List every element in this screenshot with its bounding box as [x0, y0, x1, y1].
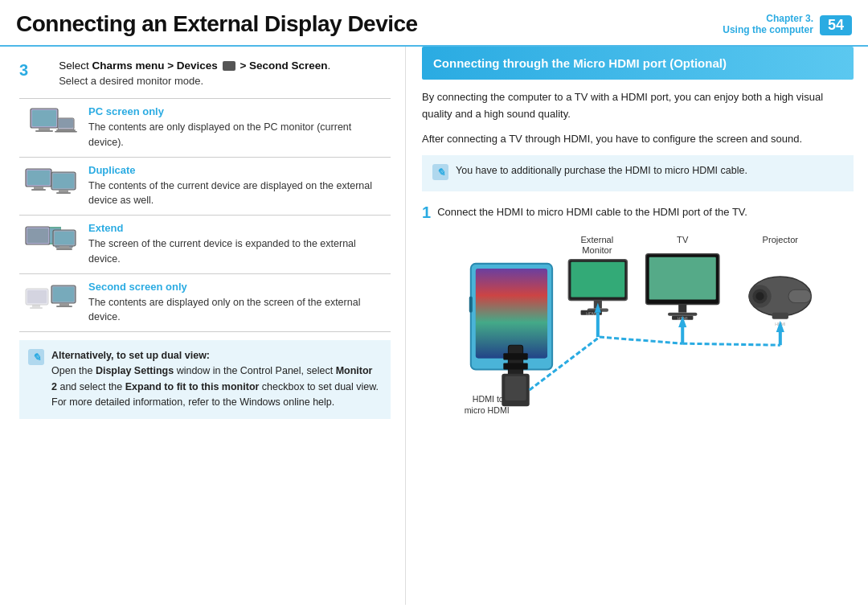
mode-row-second: Second screen only The contents are disp… — [19, 273, 391, 332]
note-text: Alternatively, to set up dual view: Open… — [51, 348, 379, 411]
svg-rect-2 — [39, 128, 50, 130]
mode-row-duplicate: Duplicate The contents of the current de… — [19, 157, 391, 216]
right-para2: After connecting a TV through HDMI, you … — [422, 131, 854, 148]
mode-icon-extend — [19, 216, 84, 274]
page-header: Connecting an External Display Device Ch… — [0, 0, 868, 47]
svg-rect-71 — [779, 332, 782, 345]
section-header: Connecting through the Micro HDMI port (… — [422, 47, 854, 80]
svg-rect-44 — [476, 269, 547, 358]
left-column: 3 Select Charms menu > Devices > Second … — [0, 47, 406, 605]
svg-rect-25 — [56, 248, 72, 250]
svg-rect-24 — [59, 246, 69, 248]
svg-rect-31 — [53, 287, 74, 302]
right-note-icon: ✎ — [432, 163, 449, 183]
step-number: 3 — [19, 61, 28, 80]
chapter-label: Chapter 3. — [723, 13, 813, 24]
svg-rect-9 — [27, 170, 50, 185]
page-title: Connecting an External Display Device — [16, 11, 418, 37]
mode-desc-duplicate: Duplicate The contents of the current de… — [84, 157, 391, 216]
svg-rect-69 — [681, 327, 684, 343]
svg-rect-1 — [32, 110, 56, 126]
mode-desc-extend: Extend The screen of the current device … — [84, 216, 391, 274]
mode-row-pc: PC screen only The contents are only dis… — [19, 99, 391, 158]
note-box: ✎ Alternatively, to set up dual view: Op… — [19, 340, 391, 419]
svg-rect-17 — [27, 228, 48, 243]
chapter-num: 54 — [820, 15, 852, 35]
svg-text:Projector: Projector — [763, 235, 799, 244]
svg-rect-28 — [32, 305, 40, 307]
svg-rect-7 — [55, 131, 77, 133]
mode-icon-pc — [19, 99, 84, 158]
svg-rect-54 — [649, 257, 716, 300]
svg-rect-64 — [772, 313, 788, 319]
svg-rect-76 — [505, 376, 526, 400]
svg-rect-11 — [31, 189, 46, 191]
svg-text:External: External — [580, 235, 613, 244]
step-sub: Select a desired monitor mode. — [36, 75, 330, 87]
mode-desc-pc: PC screen only The contents are only dis… — [84, 99, 391, 158]
mode-icon-second — [19, 273, 84, 332]
svg-rect-46 — [469, 297, 473, 313]
mode-icon-duplicate — [19, 157, 84, 216]
svg-line-78 — [600, 337, 682, 343]
svg-text:✎: ✎ — [436, 166, 445, 179]
svg-rect-29 — [30, 307, 43, 309]
diagram-area: External Monitor TV Projector — [422, 228, 854, 437]
mode-row-extend: Extend The screen of the current device … — [19, 216, 391, 274]
svg-rect-73 — [503, 354, 527, 360]
svg-rect-33 — [56, 306, 72, 307]
svg-rect-55 — [678, 305, 686, 313]
main-content: 3 Select Charms menu > Devices > Second … — [0, 47, 868, 605]
right-note-box: ✎ You have to additionally purchase the … — [422, 155, 854, 191]
svg-text:TV: TV — [677, 235, 689, 244]
right-column: Connecting through the Micro HDMI port (… — [406, 47, 868, 605]
svg-rect-10 — [34, 187, 43, 189]
svg-text:Monitor: Monitor — [582, 245, 612, 255]
svg-text:micro HDMI: micro HDMI — [465, 406, 510, 416]
modes-table: PC screen only The contents are only dis… — [19, 98, 391, 332]
svg-line-79 — [682, 344, 780, 346]
svg-point-62 — [755, 293, 764, 301]
svg-rect-23 — [55, 232, 74, 244]
svg-rect-63 — [788, 290, 811, 303]
svg-rect-13 — [53, 174, 74, 188]
svg-rect-67 — [596, 313, 600, 337]
chapter-sublabel: Using the computer — [723, 24, 813, 35]
step2-row: 1 Connect the HDMI to micro HDMI cable t… — [422, 203, 854, 222]
svg-rect-32 — [59, 303, 69, 306]
step2-num: 1 — [422, 203, 431, 222]
svg-rect-74 — [503, 363, 527, 370]
svg-rect-6 — [56, 129, 76, 131]
right-note-text: You have to additionally purchase the HD… — [456, 163, 747, 179]
svg-rect-14 — [59, 190, 68, 192]
svg-text:HDMI to: HDMI to — [473, 395, 504, 405]
step2-text: Connect the HDMI to micro HDMI cable to … — [437, 203, 747, 221]
svg-rect-27 — [27, 290, 47, 303]
step-instruction: Select Charms menu > Devices > Second Sc… — [36, 60, 330, 72]
mode-desc-second: Second screen only The contents are disp… — [84, 273, 391, 332]
svg-rect-15 — [56, 192, 71, 194]
svg-text:✎: ✎ — [32, 351, 41, 363]
chapter-badge: Chapter 3. Using the computer 54 — [723, 13, 852, 35]
right-para1: By connecting the computer to a TV with … — [422, 89, 854, 123]
svg-rect-3 — [35, 130, 53, 132]
note-icon: ✎ — [27, 348, 45, 366]
svg-rect-5 — [59, 119, 73, 128]
svg-rect-48 — [571, 262, 624, 298]
